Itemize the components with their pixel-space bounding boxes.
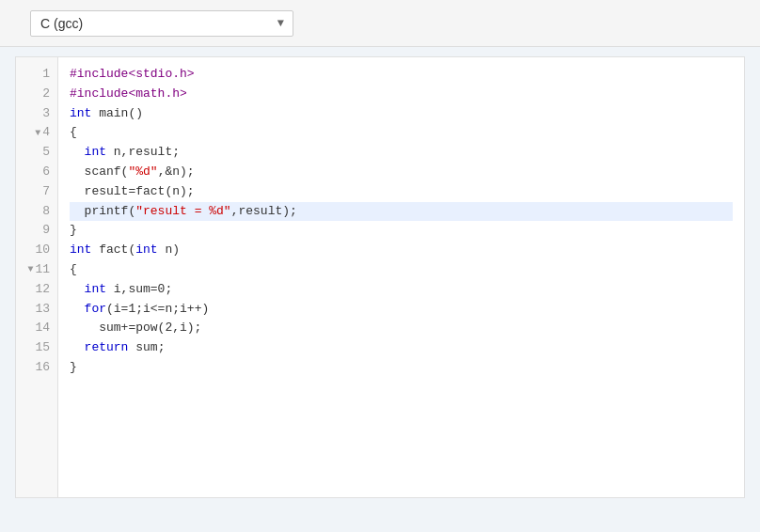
token-plain [70, 143, 85, 163]
line-number-11: ▼11 [16, 260, 57, 280]
line-number-4: ▼4 [16, 123, 57, 143]
code-editor: 123▼45678910▼111213141516 #include<stdio… [15, 56, 745, 498]
token-plain: sum+=pow(2,i); [70, 319, 201, 338]
code-area[interactable]: #include<stdio.h>#include<math.h>int mai… [58, 57, 744, 497]
token-str: "%d" [128, 163, 157, 182]
code-line-9: } [70, 221, 733, 241]
token-inc: #include<math.h> [70, 85, 187, 104]
token-plain: main() [91, 104, 143, 124]
code-line-14: sum+=pow(2,i); [70, 319, 733, 338]
token-plain: (i=1;i<=n;i++) [106, 300, 209, 320]
token-inc: #include<stdio.h> [70, 65, 195, 85]
token-plain: ,&n); [158, 163, 195, 182]
token-str: "result = %d" [135, 202, 230, 222]
code-line-3: int main() [70, 104, 733, 124]
code-line-1: #include<stdio.h> [70, 65, 733, 85]
line-number-7: 7 [16, 182, 57, 202]
token-kw: int [70, 241, 91, 260]
token-plain: i,sum=0; [106, 280, 172, 300]
token-plain [70, 280, 85, 300]
token-plain: n,result; [106, 143, 180, 163]
line-number-15: 15 [16, 338, 57, 358]
token-plain: printf( [70, 202, 135, 222]
code-line-4: { [70, 123, 733, 143]
line-number-3: 3 [16, 104, 57, 124]
code-line-12: int i,sum=0; [70, 280, 733, 300]
line-number-8: 8 [16, 202, 57, 222]
code-line-10: int fact(int n) [70, 241, 733, 260]
line-number-14: 14 [16, 319, 57, 338]
line-numbers: 123▼45678910▼111213141516 [16, 57, 58, 497]
token-plain: n) [158, 241, 180, 260]
line-number-9: 9 [16, 221, 57, 241]
token-plain: { [70, 260, 77, 280]
token-kw: int [85, 143, 106, 163]
line-number-6: 6 [16, 163, 57, 182]
token-plain: scanf( [70, 163, 128, 182]
token-plain: ,result); [231, 202, 297, 222]
token-plain: } [70, 221, 77, 241]
code-line-6: scanf("%d",&n); [70, 163, 733, 182]
line-number-10: 10 [16, 241, 57, 260]
code-line-7: result=fact(n); [70, 182, 733, 202]
token-plain: { [70, 123, 77, 143]
line-number-12: 12 [16, 280, 57, 300]
top-bar: C (gcc)C++ (g++)JavaPython3 ▼ [0, 0, 760, 47]
code-line-13: for(i=1;i<=n;i++) [70, 300, 733, 320]
line-number-13: 13 [16, 300, 57, 320]
fold-arrow-icon[interactable]: ▼ [27, 262, 33, 277]
token-kw: int [70, 104, 91, 124]
token-plain: fact( [91, 241, 135, 260]
compiler-select[interactable]: C (gcc)C++ (g++)JavaPython3 [30, 10, 293, 37]
code-line-2: #include<math.h> [70, 85, 733, 104]
token-kw: int [135, 241, 157, 260]
line-number-16: 16 [16, 358, 57, 378]
token-kw: int [85, 280, 106, 300]
token-kw: for [85, 300, 106, 320]
line-number-2: 2 [16, 85, 57, 104]
token-plain [70, 300, 85, 320]
token-plain: sum; [128, 338, 165, 358]
token-plain: } [70, 358, 77, 378]
code-line-15: return sum; [70, 338, 733, 358]
code-line-16: } [70, 358, 733, 378]
code-line-11: { [70, 260, 733, 280]
token-kw: return [85, 338, 129, 358]
line-number-1: 1 [16, 65, 57, 85]
code-line-5: int n,result; [70, 143, 733, 163]
token-plain: result=fact(n); [70, 182, 195, 202]
code-line-8: printf("result = %d",result); [70, 202, 733, 222]
compiler-select-wrapper: C (gcc)C++ (g++)JavaPython3 ▼ [30, 10, 293, 37]
fold-arrow-icon[interactable]: ▼ [35, 126, 40, 141]
token-plain [70, 338, 85, 358]
line-number-5: 5 [16, 143, 57, 163]
